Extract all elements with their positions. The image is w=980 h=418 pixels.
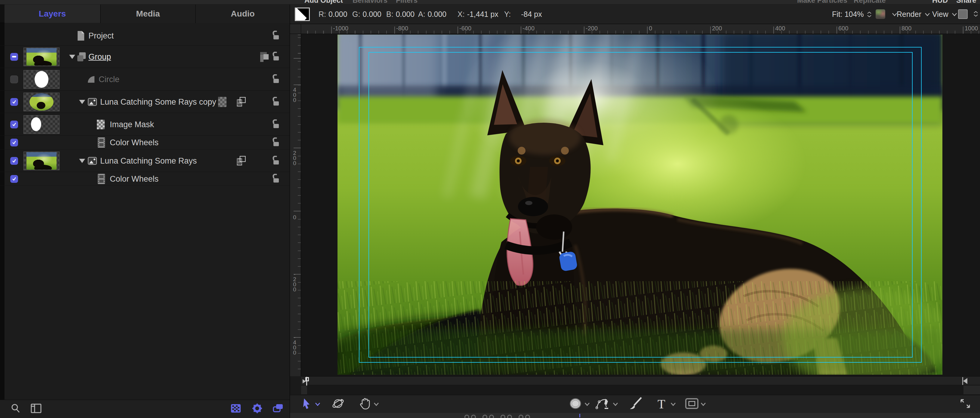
disclosure-triangle-icon[interactable] [79, 100, 85, 104]
layer-row-group[interactable]: Group [0, 46, 290, 68]
clone-layers-icon[interactable] [272, 404, 283, 415]
vertical-ruler[interactable]: 400 200 0 -200 -400 [290, 34, 301, 376]
ruler-label: 800 [902, 25, 912, 32]
layer-name[interactable]: Project [88, 31, 114, 40]
horizontal-ruler[interactable]: -1000 -800 -600 -400 -200 0 200 400 600 … [301, 24, 980, 34]
lock-icon[interactable] [270, 137, 280, 148]
lock-icon[interactable] [270, 156, 280, 166]
layer-name[interactable]: Circle [99, 75, 119, 84]
layer-thumbnail[interactable] [24, 70, 60, 89]
render-menu[interactable]: Render [897, 5, 931, 24]
pan-hand-tool-icon[interactable] [359, 397, 371, 411]
layer-row-color-wheels[interactable]: Color Wheels [0, 172, 290, 186]
group-icon [76, 51, 87, 62]
background-color-swatch[interactable] [958, 10, 968, 19]
lock-icon[interactable] [270, 97, 280, 107]
timeline-scrub-bar[interactable] [301, 376, 980, 385]
disclosure-triangle-icon[interactable] [69, 55, 75, 59]
layers-panel: Layers Media Audio Project Group [0, 5, 290, 418]
bezier-pen-tool-icon[interactable] [596, 397, 610, 412]
chevron-down-icon[interactable] [584, 402, 590, 406]
tab-media-label: Media [136, 9, 160, 19]
layer-name[interactable]: Color Wheels [110, 138, 159, 147]
range-end-marker[interactable] [962, 377, 968, 385]
layer-name[interactable]: Color Wheels [110, 175, 159, 184]
disclosure-triangle-icon[interactable] [79, 159, 85, 163]
visibility-checkbox-checked[interactable] [10, 138, 18, 146]
layer-name[interactable]: Luna Catching Some Rays copy [100, 97, 216, 106]
chevron-down-icon[interactable] [373, 402, 379, 406]
layer-list: Project Group [0, 23, 290, 400]
chevron-down-icon[interactable] [612, 402, 619, 406]
mask-visibility-icon[interactable] [231, 404, 241, 414]
view-menu[interactable]: View [932, 5, 958, 24]
layer-row-image-mask[interactable]: Image Mask [0, 113, 290, 136]
paint-stroke-tool-icon[interactable] [628, 397, 643, 412]
visibility-checkbox-checked[interactable] [10, 157, 18, 165]
filter-badge-icon [236, 96, 246, 108]
search-icon[interactable] [11, 404, 21, 415]
resize-diagonal-icon[interactable] [960, 399, 970, 410]
visibility-checkbox-unchecked[interactable] [10, 75, 18, 83]
layer-row-color-wheels[interactable]: Color Wheels [0, 136, 290, 149]
fit-zoom-control[interactable]: Fit: 104% [832, 5, 872, 24]
layer-name[interactable]: Group [88, 52, 111, 61]
lock-icon[interactable] [270, 52, 280, 62]
stat-a: A:0.000 [418, 5, 446, 24]
playhead-marker[interactable] [302, 377, 312, 386]
lock-icon[interactable] [270, 74, 280, 84]
visibility-checkbox-checked[interactable] [10, 98, 18, 106]
menu-share[interactable]: Share [956, 0, 977, 5]
menu-behaviors[interactable]: Behaviors [353, 0, 387, 5]
layer-row-circle[interactable]: Circle [0, 68, 290, 91]
layer-thumbnail[interactable] [24, 151, 60, 170]
lock-icon[interactable] [270, 31, 280, 41]
scrollbar-thumb[interactable] [307, 386, 964, 395]
menu-add-object[interactable]: Add Object [304, 0, 343, 5]
document-icon [76, 30, 86, 41]
rectangle-tool-icon[interactable] [685, 398, 698, 410]
ruler-label: 400 [775, 25, 785, 32]
timeline-scrollbar[interactable] [301, 386, 980, 395]
gear-icon[interactable] [252, 403, 262, 415]
stat-g: G:0.000 [352, 5, 382, 24]
ruler-label: 600 [838, 25, 848, 32]
channel-preview-thumbnail[interactable] [876, 10, 885, 19]
canvas-viewport[interactable] [301, 34, 980, 376]
chevron-down-icon[interactable] [315, 402, 321, 406]
menu-filters[interactable]: Filters [396, 0, 417, 5]
layer-thumbnail[interactable] [24, 93, 60, 111]
chevron-down-icon[interactable] [670, 402, 676, 406]
transform-3d-tool-icon[interactable] [331, 397, 345, 412]
group-thumbnail-art [27, 48, 57, 65]
transport-dot-icon [482, 415, 487, 418]
layer-row-project[interactable]: Project [0, 26, 290, 46]
layer-name[interactable]: Image Mask [110, 120, 154, 129]
text-tool-icon[interactable]: T [657, 398, 665, 410]
layer-row-luna-copy[interactable]: Luna Catching Some Rays copy [0, 91, 290, 113]
tab-audio[interactable]: Audio [196, 5, 290, 23]
stat-b: B:0.000 [386, 5, 415, 24]
lock-icon[interactable] [270, 119, 280, 130]
zoom-stepper-icon[interactable] [867, 11, 872, 17]
visibility-checkbox-mixed[interactable] [10, 53, 18, 61]
ruler-label: -600 [459, 25, 471, 32]
ellipse-mask-tool-icon[interactable] [569, 398, 582, 410]
swatch-stepper-icon[interactable] [974, 11, 978, 17]
tab-layers[interactable]: Layers [5, 5, 100, 23]
menu-hud[interactable]: HUD [932, 0, 948, 5]
layer-row-luna[interactable]: Luna Catching Some Rays [0, 150, 290, 172]
select-tool-icon[interactable] [302, 398, 311, 410]
visibility-checkbox-checked[interactable] [10, 121, 18, 129]
layer-thumbnail[interactable] [24, 115, 60, 134]
layer-name[interactable]: Luna Catching Some Rays [100, 156, 197, 165]
panel-layout-icon[interactable] [31, 404, 41, 415]
lock-icon[interactable] [270, 174, 280, 184]
tab-media[interactable]: Media [101, 5, 195, 23]
menu-make-particles[interactable]: Make Particles [797, 0, 847, 5]
selection-bounding-box-inner[interactable] [369, 52, 913, 358]
visibility-checkbox-checked[interactable] [10, 175, 18, 183]
layer-thumbnail[interactable] [24, 48, 60, 66]
chevron-down-icon[interactable] [700, 402, 706, 406]
menu-replicate[interactable]: Replicate [854, 0, 886, 5]
